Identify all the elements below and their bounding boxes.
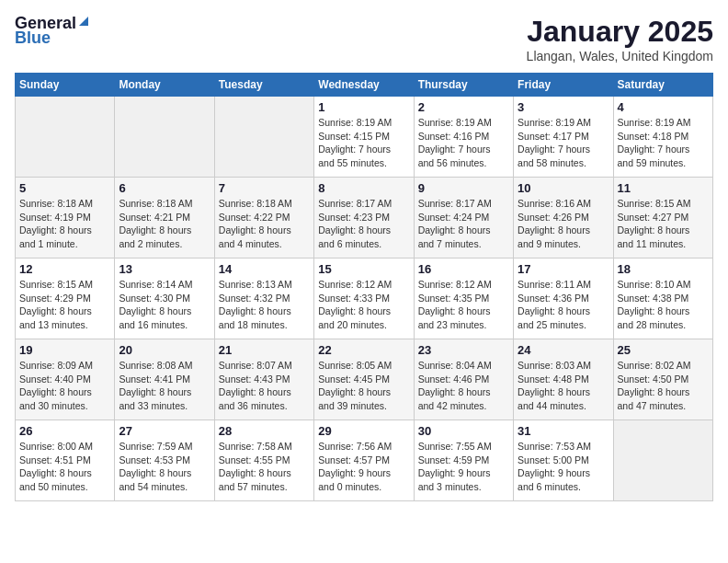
day-cell-6: 6Sunrise: 8:18 AM Sunset: 4:21 PM Daylig… bbox=[115, 178, 214, 259]
day-cell-20: 20Sunrise: 8:08 AM Sunset: 4:41 PM Dayli… bbox=[115, 339, 214, 420]
day-number: 3 bbox=[518, 100, 609, 114]
week-row-1: 1Sunrise: 8:19 AM Sunset: 4:15 PM Daylig… bbox=[16, 97, 713, 178]
day-number: 31 bbox=[518, 424, 609, 438]
day-info: Sunrise: 8:18 AM Sunset: 4:21 PM Dayligh… bbox=[119, 197, 210, 251]
weekday-header-tuesday: Tuesday bbox=[214, 74, 313, 97]
page-header: General Blue January 2025 Llangan, Wales… bbox=[15, 15, 713, 63]
day-number: 16 bbox=[418, 262, 509, 276]
day-cell-31: 31Sunrise: 7:53 AM Sunset: 5:00 PM Dayli… bbox=[514, 420, 613, 501]
day-cell-11: 11Sunrise: 8:15 AM Sunset: 4:27 PM Dayli… bbox=[613, 178, 712, 259]
day-cell-4: 4Sunrise: 8:19 AM Sunset: 4:18 PM Daylig… bbox=[613, 97, 712, 178]
day-cell-27: 27Sunrise: 7:59 AM Sunset: 4:53 PM Dayli… bbox=[115, 420, 214, 501]
day-info: Sunrise: 8:15 AM Sunset: 4:27 PM Dayligh… bbox=[618, 197, 709, 251]
day-info: Sunrise: 7:56 AM Sunset: 4:57 PM Dayligh… bbox=[318, 440, 409, 494]
day-number: 18 bbox=[618, 262, 709, 276]
day-info: Sunrise: 8:07 AM Sunset: 4:43 PM Dayligh… bbox=[219, 359, 310, 413]
day-info: Sunrise: 8:17 AM Sunset: 4:23 PM Dayligh… bbox=[318, 197, 409, 251]
day-info: Sunrise: 8:09 AM Sunset: 4:40 PM Dayligh… bbox=[19, 359, 110, 413]
day-cell-17: 17Sunrise: 8:11 AM Sunset: 4:36 PM Dayli… bbox=[514, 259, 613, 339]
day-cell-9: 9Sunrise: 8:17 AM Sunset: 4:24 PM Daylig… bbox=[414, 178, 513, 259]
day-info: Sunrise: 8:03 AM Sunset: 4:48 PM Dayligh… bbox=[518, 359, 609, 413]
logo-blue-text: Blue bbox=[15, 29, 90, 46]
month-title: January 2025 bbox=[527, 15, 713, 49]
calendar-table: SundayMondayTuesdayWednesdayThursdayFrid… bbox=[15, 73, 713, 501]
day-info: Sunrise: 8:19 AM Sunset: 4:15 PM Dayligh… bbox=[318, 116, 409, 170]
weekday-header-monday: Monday bbox=[115, 74, 214, 97]
day-number: 9 bbox=[418, 181, 509, 195]
day-number: 10 bbox=[518, 181, 609, 195]
day-number: 23 bbox=[418, 343, 509, 357]
week-row-3: 12Sunrise: 8:15 AM Sunset: 4:29 PM Dayli… bbox=[16, 259, 713, 339]
day-number: 17 bbox=[518, 262, 609, 276]
day-cell-12: 12Sunrise: 8:15 AM Sunset: 4:29 PM Dayli… bbox=[16, 259, 115, 339]
day-cell-2: 2Sunrise: 8:19 AM Sunset: 4:16 PM Daylig… bbox=[414, 97, 513, 178]
day-number: 26 bbox=[19, 424, 110, 438]
day-info: Sunrise: 8:19 AM Sunset: 4:18 PM Dayligh… bbox=[618, 116, 709, 170]
day-cell-24: 24Sunrise: 8:03 AM Sunset: 4:48 PM Dayli… bbox=[514, 339, 613, 420]
day-info: Sunrise: 8:17 AM Sunset: 4:24 PM Dayligh… bbox=[418, 197, 509, 251]
weekday-header-friday: Friday bbox=[514, 74, 613, 97]
day-number: 1 bbox=[318, 100, 409, 114]
day-number: 11 bbox=[618, 181, 709, 195]
week-row-5: 26Sunrise: 8:00 AM Sunset: 4:51 PM Dayli… bbox=[16, 420, 713, 501]
day-number: 12 bbox=[19, 262, 110, 276]
day-number: 8 bbox=[318, 181, 409, 195]
day-info: Sunrise: 8:12 AM Sunset: 4:35 PM Dayligh… bbox=[418, 278, 509, 332]
day-info: Sunrise: 8:16 AM Sunset: 4:26 PM Dayligh… bbox=[518, 197, 609, 251]
day-info: Sunrise: 8:04 AM Sunset: 4:46 PM Dayligh… bbox=[418, 359, 509, 413]
empty-cell bbox=[16, 97, 115, 178]
svg-marker-0 bbox=[79, 17, 88, 26]
day-number: 25 bbox=[618, 343, 709, 357]
day-number: 24 bbox=[518, 343, 609, 357]
day-cell-18: 18Sunrise: 8:10 AM Sunset: 4:38 PM Dayli… bbox=[613, 259, 712, 339]
day-number: 21 bbox=[219, 343, 310, 357]
day-info: Sunrise: 7:59 AM Sunset: 4:53 PM Dayligh… bbox=[119, 440, 210, 494]
day-info: Sunrise: 8:08 AM Sunset: 4:41 PM Dayligh… bbox=[119, 359, 210, 413]
day-info: Sunrise: 8:18 AM Sunset: 4:19 PM Dayligh… bbox=[19, 197, 110, 251]
day-number: 13 bbox=[119, 262, 210, 276]
day-info: Sunrise: 8:14 AM Sunset: 4:30 PM Dayligh… bbox=[119, 278, 210, 332]
weekday-header-saturday: Saturday bbox=[613, 74, 712, 97]
empty-cell bbox=[613, 420, 712, 501]
day-cell-8: 8Sunrise: 8:17 AM Sunset: 4:23 PM Daylig… bbox=[314, 178, 414, 259]
day-info: Sunrise: 8:15 AM Sunset: 4:29 PM Dayligh… bbox=[19, 278, 110, 332]
week-row-2: 5Sunrise: 8:18 AM Sunset: 4:19 PM Daylig… bbox=[16, 178, 713, 259]
day-info: Sunrise: 7:58 AM Sunset: 4:55 PM Dayligh… bbox=[219, 440, 310, 494]
day-number: 29 bbox=[318, 424, 409, 438]
weekday-header-row: SundayMondayTuesdayWednesdayThursdayFrid… bbox=[16, 74, 713, 97]
day-info: Sunrise: 8:02 AM Sunset: 4:50 PM Dayligh… bbox=[618, 359, 709, 413]
day-number: 15 bbox=[318, 262, 409, 276]
day-cell-1: 1Sunrise: 8:19 AM Sunset: 4:15 PM Daylig… bbox=[314, 97, 414, 178]
day-cell-7: 7Sunrise: 8:18 AM Sunset: 4:22 PM Daylig… bbox=[214, 178, 313, 259]
day-cell-23: 23Sunrise: 8:04 AM Sunset: 4:46 PM Dayli… bbox=[414, 339, 513, 420]
day-info: Sunrise: 8:00 AM Sunset: 4:51 PM Dayligh… bbox=[19, 440, 110, 494]
day-info: Sunrise: 8:19 AM Sunset: 4:17 PM Dayligh… bbox=[518, 116, 609, 170]
day-number: 2 bbox=[418, 100, 509, 114]
day-number: 27 bbox=[119, 424, 210, 438]
day-info: Sunrise: 7:53 AM Sunset: 5:00 PM Dayligh… bbox=[518, 440, 609, 494]
day-info: Sunrise: 7:55 AM Sunset: 4:59 PM Dayligh… bbox=[418, 440, 509, 494]
day-info: Sunrise: 8:12 AM Sunset: 4:33 PM Dayligh… bbox=[318, 278, 409, 332]
day-cell-26: 26Sunrise: 8:00 AM Sunset: 4:51 PM Dayli… bbox=[16, 420, 115, 501]
day-number: 28 bbox=[219, 424, 310, 438]
day-number: 4 bbox=[618, 100, 709, 114]
weekday-header-wednesday: Wednesday bbox=[314, 74, 414, 97]
day-cell-5: 5Sunrise: 8:18 AM Sunset: 4:19 PM Daylig… bbox=[16, 178, 115, 259]
day-cell-22: 22Sunrise: 8:05 AM Sunset: 4:45 PM Dayli… bbox=[314, 339, 414, 420]
weekday-header-sunday: Sunday bbox=[16, 74, 115, 97]
day-cell-21: 21Sunrise: 8:07 AM Sunset: 4:43 PM Dayli… bbox=[214, 339, 313, 420]
day-number: 14 bbox=[219, 262, 310, 276]
day-info: Sunrise: 8:13 AM Sunset: 4:32 PM Dayligh… bbox=[219, 278, 310, 332]
day-info: Sunrise: 8:05 AM Sunset: 4:45 PM Dayligh… bbox=[318, 359, 409, 413]
day-cell-16: 16Sunrise: 8:12 AM Sunset: 4:35 PM Dayli… bbox=[414, 259, 513, 339]
day-number: 22 bbox=[318, 343, 409, 357]
day-cell-29: 29Sunrise: 7:56 AM Sunset: 4:57 PM Dayli… bbox=[314, 420, 414, 501]
day-info: Sunrise: 8:10 AM Sunset: 4:38 PM Dayligh… bbox=[618, 278, 709, 332]
day-cell-10: 10Sunrise: 8:16 AM Sunset: 4:26 PM Dayli… bbox=[514, 178, 613, 259]
day-cell-14: 14Sunrise: 8:13 AM Sunset: 4:32 PM Dayli… bbox=[214, 259, 313, 339]
day-number: 7 bbox=[219, 181, 310, 195]
logo-triangle-icon bbox=[77, 15, 90, 28]
weekday-header-thursday: Thursday bbox=[414, 74, 513, 97]
day-info: Sunrise: 8:11 AM Sunset: 4:36 PM Dayligh… bbox=[518, 278, 609, 332]
empty-cell bbox=[214, 97, 313, 178]
